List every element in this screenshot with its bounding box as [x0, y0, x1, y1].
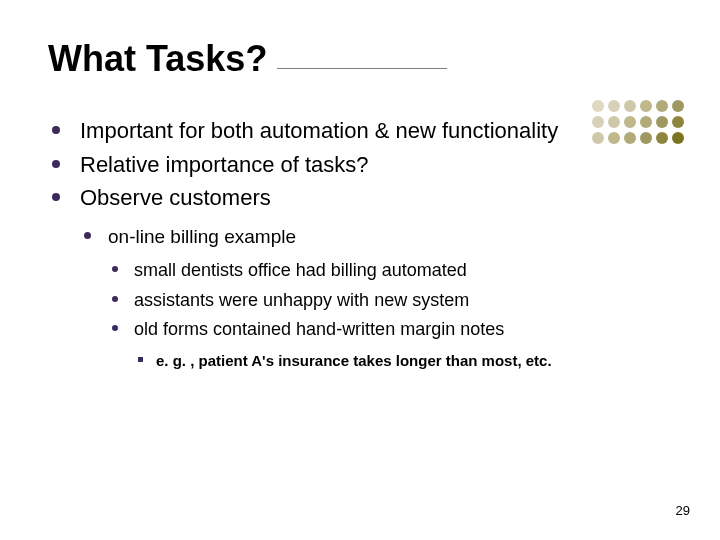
- bullet-list-level4: e. g. , patient A's insurance takes long…: [134, 350, 672, 373]
- dot-icon: [672, 116, 684, 128]
- list-item: Observe customers on-line billing exampl…: [48, 183, 672, 372]
- dot-icon: [672, 132, 684, 144]
- list-item: Relative importance of tasks?: [48, 150, 672, 180]
- bullet-text: small dentists office had billing automa…: [134, 260, 467, 280]
- list-item: on-line billing example small dentists o…: [80, 223, 672, 373]
- list-item: old forms contained hand-written margin …: [108, 316, 672, 372]
- bullet-text: Important for both automation & new func…: [80, 118, 558, 143]
- title-row: What Tasks?: [48, 38, 672, 80]
- bullet-text: on-line billing example: [108, 226, 296, 247]
- dot-icon: [656, 100, 668, 112]
- bullet-list-level1: Important for both automation & new func…: [48, 116, 672, 373]
- bullet-text: assistants were unhappy with new system: [134, 290, 469, 310]
- list-item: small dentists office had billing automa…: [108, 257, 672, 285]
- dot-icon: [640, 100, 652, 112]
- bullet-list-level3: small dentists office had billing automa…: [108, 257, 672, 373]
- dot-icon: [624, 100, 636, 112]
- bullet-text: Observe customers: [80, 185, 271, 210]
- list-item: assistants were unhappy with new system: [108, 287, 672, 315]
- bullet-list-level2: on-line billing example small dentists o…: [80, 223, 672, 373]
- dot-icon: [608, 100, 620, 112]
- bullet-text: old forms contained hand-written margin …: [134, 319, 504, 339]
- list-item: e. g. , patient A's insurance takes long…: [134, 350, 672, 373]
- bullet-text: Relative importance of tasks?: [80, 152, 369, 177]
- page-number: 29: [676, 503, 690, 518]
- list-item: Important for both automation & new func…: [48, 116, 672, 146]
- slide-title: What Tasks?: [48, 38, 267, 80]
- dot-icon: [672, 100, 684, 112]
- title-divider: [277, 68, 447, 69]
- bullet-text: e. g. , patient A's insurance takes long…: [156, 352, 552, 369]
- slide: What Tasks? Important for both automatio…: [0, 0, 720, 540]
- dot-icon: [592, 100, 604, 112]
